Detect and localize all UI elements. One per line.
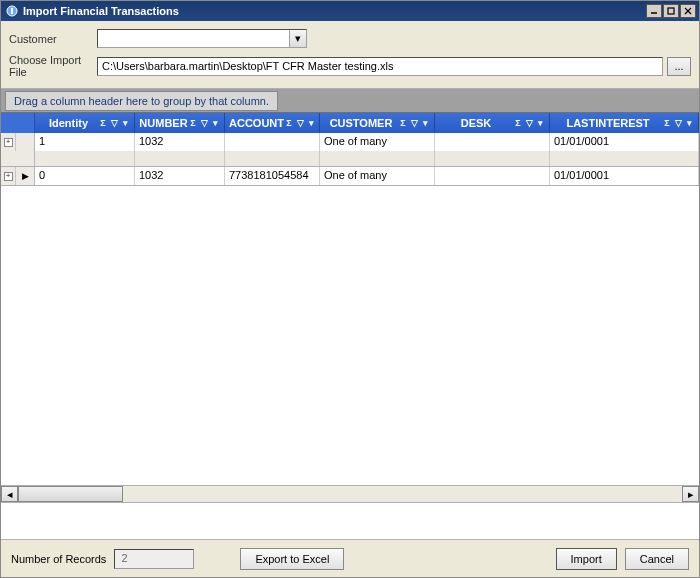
cell-account[interactable] [225,133,320,151]
chevron-down-icon: ▾ [295,32,301,45]
cell-desk[interactable] [435,133,550,151]
column-header-lastinterest[interactable]: LASTINTEREST Σ▽▾ [550,113,699,133]
customer-dropdown-button[interactable]: ▾ [289,30,306,47]
cell-identity[interactable]: 0 [35,167,135,185]
horizontal-scrollbar[interactable]: ◂ ▸ [1,485,699,503]
group-by-hint: Drag a column header here to group by th… [5,91,278,111]
grid-body: + 1 1032 One of many 01/01/0001 + ▶ [1,133,699,485]
browse-button[interactable]: ... [667,57,691,76]
triangle-right-icon: ▸ [688,488,694,501]
file-path-field[interactable]: C:\Users\barbara.martin\Desktop\FT CFR M… [97,57,663,76]
cell-number[interactable]: 1032 [135,133,225,151]
form-area: Customer ▾ Choose Import File C:\Users\b… [1,21,699,89]
titlebar: Import Financial Transactions [1,1,699,21]
cell-desk[interactable] [435,167,550,185]
cell-account[interactable]: 7738181054584 [225,167,320,185]
maximize-button[interactable] [663,4,679,18]
svg-rect-3 [668,8,674,14]
header-tools[interactable]: Σ ▽ ▾ [98,118,130,128]
expand-toggle[interactable]: + [1,167,16,185]
footer: Number of Records 2 Export to Excel Impo… [1,539,699,577]
column-header-number[interactable]: NUMBER Σ▽▾ [135,113,225,133]
scroll-right-button[interactable]: ▸ [682,486,699,502]
data-grid: Identity Σ ▽ ▾ NUMBER Σ▽▾ ACCOUNT Σ▽▾ CU… [1,113,699,503]
customer-label: Customer [9,33,97,45]
customer-input[interactable] [98,30,289,47]
cell-lastinterest[interactable]: 01/01/0001 [550,167,699,185]
table-row[interactable]: + ▶ 0 1032 7738181054584 One of many 01/… [1,167,699,185]
cell-lastinterest[interactable]: 01/01/0001 [550,133,699,151]
ellipsis-icon: ... [674,60,683,72]
customer-combo[interactable]: ▾ [97,29,307,48]
records-label: Number of Records [11,553,106,565]
file-label: Choose Import File [9,54,97,78]
row-indicator [16,133,34,151]
scroll-track[interactable] [18,486,682,502]
export-button[interactable]: Export to Excel [240,548,344,570]
group-by-band[interactable]: Drag a column header here to group by th… [1,89,699,113]
row-indicator: ▶ [16,167,34,185]
table-row[interactable]: + 1 1032 One of many 01/01/0001 [1,133,699,151]
column-header-desk[interactable]: DESK Σ▽▾ [435,113,550,133]
chevron-down-icon[interactable]: ▾ [120,118,130,128]
cell-identity[interactable]: 1 [35,133,135,151]
row-spacer [1,151,699,166]
grid-header: Identity Σ ▽ ▾ NUMBER Σ▽▾ ACCOUNT Σ▽▾ CU… [1,113,699,133]
sigma-icon[interactable]: Σ [98,118,108,128]
window-buttons [646,4,696,18]
import-button[interactable]: Import [556,548,617,570]
filter-icon[interactable]: ▽ [109,118,119,128]
records-count: 2 [114,549,194,569]
window-title: Import Financial Transactions [23,5,646,17]
triangle-left-icon: ◂ [7,488,13,501]
scroll-left-button[interactable]: ◂ [1,486,18,502]
close-button[interactable] [680,4,696,18]
column-header-customer[interactable]: CUSTOMER Σ▽▾ [320,113,435,133]
cell-customer[interactable]: One of many [320,133,435,151]
svg-rect-1 [11,8,13,14]
minimize-button[interactable] [646,4,662,18]
cancel-button[interactable]: Cancel [625,548,689,570]
cell-customer[interactable]: One of many [320,167,435,185]
app-icon [5,4,19,18]
scroll-thumb[interactable] [18,486,123,502]
cell-number[interactable]: 1032 [135,167,225,185]
expand-toggle[interactable]: + [1,133,16,151]
header-gutter [1,113,35,133]
column-header-identity[interactable]: Identity Σ ▽ ▾ [35,113,135,133]
column-header-account[interactable]: ACCOUNT Σ▽▾ [225,113,320,133]
